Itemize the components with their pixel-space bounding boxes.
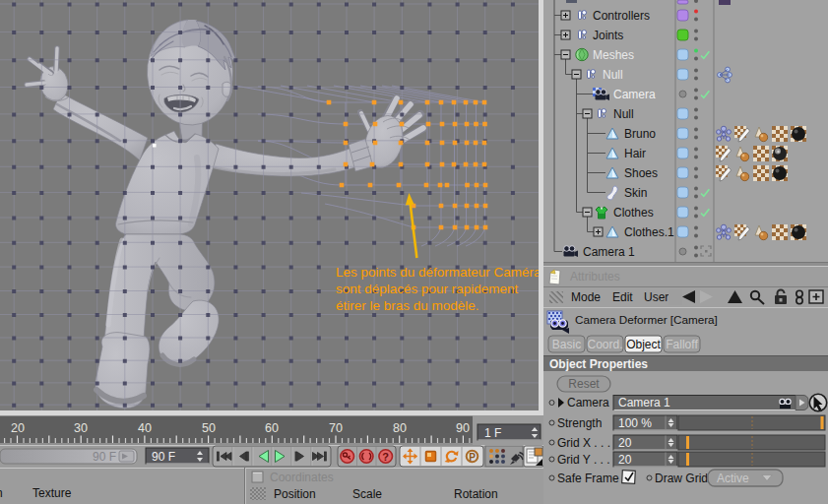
svg-text:Camera: Camera [567, 396, 609, 410]
svg-text:Les points du déformateur Camé: Les points du déformateur Caméra [336, 265, 539, 280]
svg-text:Position: Position [274, 487, 316, 501]
svg-text:Edit: Edit [612, 290, 633, 304]
svg-text:sont déplacés pour rapidement: sont déplacés pour rapidement [336, 282, 519, 296]
svg-text:Camera 1: Camera 1 [618, 396, 670, 410]
svg-text:P: P [469, 452, 476, 463]
svg-text:Coord.: Coord. [587, 338, 622, 351]
svg-text:20: 20 [11, 421, 25, 435]
svg-text:Bruno: Bruno [624, 127, 656, 141]
svg-text:Meshes: Meshes [593, 48, 634, 62]
svg-text:Grid X . . .: Grid X . . . [557, 436, 610, 450]
svg-text:Null: Null [613, 107, 634, 121]
svg-text:Object: Object [626, 338, 661, 351]
svg-text:80: 80 [393, 421, 407, 435]
svg-text:Strength: Strength [557, 416, 602, 430]
svg-text:Camera Deformer [Camera]: Camera Deformer [Camera] [575, 313, 718, 326]
svg-text:50: 50 [202, 421, 216, 435]
svg-text:Camera 1: Camera 1 [583, 245, 635, 259]
svg-text:60: 60 [265, 421, 279, 435]
svg-text:30: 30 [74, 421, 88, 435]
svg-text:Shoes: Shoes [624, 166, 658, 180]
svg-text:?: ? [382, 451, 389, 463]
svg-text:Controllers: Controllers [593, 9, 650, 23]
svg-text:90: 90 [456, 421, 470, 435]
svg-text:Attributes: Attributes [570, 270, 620, 284]
svg-text:Scale: Scale [352, 487, 382, 501]
svg-text:100 %: 100 % [618, 416, 652, 430]
svg-text:Hair: Hair [624, 147, 646, 160]
svg-text:Clothes: Clothes [613, 206, 654, 220]
svg-text:étirer le bras du modèle.: étirer le bras du modèle. [336, 298, 479, 313]
svg-text:Basic: Basic [552, 338, 581, 351]
svg-text:Skin: Skin [624, 186, 647, 200]
svg-text:n: n [0, 486, 3, 500]
svg-text:Rotation: Rotation [454, 487, 498, 501]
svg-text:Clothes.1: Clothes.1 [624, 225, 674, 239]
svg-text:20: 20 [618, 453, 632, 467]
svg-text:70: 70 [329, 421, 343, 435]
svg-text:90 F: 90 F [152, 450, 175, 464]
svg-text:Texture: Texture [32, 486, 72, 500]
svg-text:Safe Frame: Safe Frame [557, 472, 619, 485]
svg-text:Coordinates: Coordinates [270, 471, 334, 484]
svg-text:90 F: 90 F [93, 450, 116, 464]
svg-text:1 F: 1 F [484, 426, 501, 440]
svg-text:Draw Grid: Draw Grid [655, 472, 708, 485]
svg-text:Mode: Mode [571, 290, 601, 304]
svg-text:Joints: Joints [593, 29, 623, 42]
svg-text:Null: Null [603, 68, 623, 82]
svg-text:40: 40 [138, 421, 152, 435]
svg-text:20: 20 [618, 436, 632, 450]
svg-text:Object Properties: Object Properties [549, 357, 648, 371]
svg-text:Grid Y . . .: Grid Y . . . [557, 453, 610, 467]
svg-text:Falloff: Falloff [666, 338, 698, 351]
svg-text:Active: Active [717, 472, 749, 485]
svg-text:User: User [644, 290, 669, 304]
svg-text:Camera: Camera [613, 88, 656, 101]
svg-text:Reset: Reset [568, 377, 600, 391]
